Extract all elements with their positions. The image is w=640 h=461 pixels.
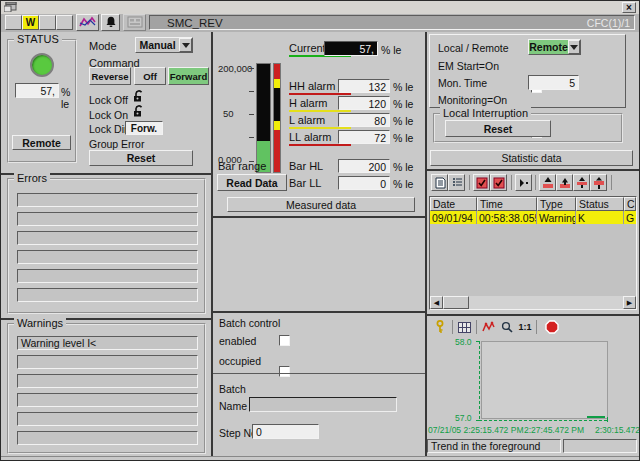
toolbar-button-4[interactable] bbox=[56, 15, 73, 30]
bar-ll-field[interactable]: 0 bbox=[338, 176, 390, 190]
forward-button[interactable]: Forward bbox=[168, 67, 209, 85]
window-icon[interactable] bbox=[4, 2, 17, 14]
statistic-data-label: Statistic data bbox=[501, 152, 561, 164]
group-error-label: Group Error bbox=[89, 138, 144, 150]
message-table: Date Time Type Status C 09/01/94 00:58:3… bbox=[429, 196, 637, 310]
batch-occupied-checkbox[interactable] bbox=[279, 366, 290, 377]
warnings-group: Warnings Warning level I< bbox=[7, 323, 206, 454]
status-remote-button[interactable]: Remote bbox=[12, 135, 71, 150]
read-data-label: Read Data bbox=[226, 177, 277, 189]
autoscroll-icon[interactable] bbox=[515, 174, 532, 191]
trend-curves-button[interactable] bbox=[76, 14, 99, 31]
faceplate-window: × W SMC_REV CFC(1)/1 bbox=[0, 0, 640, 461]
ll-alarm-field[interactable]: 72 bbox=[338, 130, 390, 144]
message-time: 00:58:38.055 bbox=[477, 211, 537, 224]
monitoring-label: Monitoring=On bbox=[438, 94, 507, 106]
mode-value: Manual bbox=[136, 39, 179, 51]
prev-message-icon[interactable] bbox=[556, 174, 573, 191]
status-led bbox=[30, 53, 54, 77]
lock-on-open-icon bbox=[132, 104, 144, 120]
batch-enabled-checkbox[interactable] bbox=[279, 335, 290, 346]
mon-time-field[interactable]: 5 bbox=[528, 75, 579, 90]
faceplate-button-disabled bbox=[123, 14, 146, 31]
first-message-icon[interactable] bbox=[539, 174, 556, 191]
alarm-bell-button[interactable] bbox=[101, 14, 120, 31]
hh-alarm-field[interactable]: 132 bbox=[338, 79, 390, 93]
off-button[interactable]: Off bbox=[134, 67, 166, 85]
reset-button[interactable]: Reset bbox=[89, 150, 193, 166]
faceplate-icon-disabled bbox=[127, 16, 143, 30]
trend-chart: 58.0 57.0 07/21/05 2:25:15.472 PM 2:27:4… bbox=[427, 337, 639, 437]
message-c: G bbox=[624, 211, 636, 224]
chevron-down-icon[interactable] bbox=[568, 40, 580, 54]
bar-hl-field[interactable]: 200 bbox=[338, 159, 390, 173]
scroll-left-button[interactable]: ◀ bbox=[430, 296, 443, 309]
trend-x-axis bbox=[479, 420, 609, 421]
trend-status-text: Trend in the foreground bbox=[431, 440, 540, 452]
errors-group: Errors bbox=[7, 178, 206, 314]
scroll-thumb[interactable] bbox=[443, 296, 469, 309]
l-alarm-unit: % le bbox=[393, 115, 413, 127]
grid-window-icon[interactable] bbox=[456, 320, 472, 335]
h-alarm-unit: % le bbox=[393, 98, 413, 110]
statistic-data-button[interactable]: Statistic data bbox=[430, 150, 633, 166]
message-archive-icon[interactable] bbox=[448, 174, 465, 191]
tag-name-field: SMC_REV CFC(1)/1 bbox=[149, 15, 635, 30]
message-date: 09/01/94 bbox=[430, 211, 477, 224]
last-message-icon[interactable] bbox=[590, 174, 607, 191]
lock-off-label: Lock Off bbox=[89, 94, 128, 106]
batch-name-label: Name bbox=[219, 400, 247, 412]
chevron-down-icon[interactable] bbox=[179, 38, 192, 52]
ack-all-icon[interactable] bbox=[490, 174, 507, 191]
measured-data-button[interactable]: Measured data bbox=[227, 197, 415, 212]
divider bbox=[427, 169, 639, 171]
column-header-type: Type bbox=[537, 197, 576, 211]
l-alarm-field[interactable]: 80 bbox=[338, 113, 390, 127]
next-message-icon[interactable] bbox=[573, 174, 590, 191]
ack-single-icon[interactable] bbox=[473, 174, 490, 191]
batch-name-field[interactable] bbox=[249, 397, 397, 412]
x-tick-0: 07/21/05 2:25:15.472 PM bbox=[428, 425, 523, 435]
local-interruption-group: Local Interruption Reset bbox=[433, 113, 623, 143]
message-row[interactable]: 09/01/94 00:58:38.055 Warning K G bbox=[430, 211, 636, 224]
message-list-icon[interactable] bbox=[431, 174, 448, 191]
mode-label: Mode bbox=[89, 40, 117, 52]
batch-step-field[interactable]: 0 bbox=[252, 424, 319, 439]
warning-field bbox=[17, 412, 198, 426]
bar-range-label: Bar range bbox=[218, 160, 266, 172]
status-group-title: STATUS bbox=[14, 33, 62, 45]
bar-ll-value: 0 bbox=[380, 178, 386, 190]
reverse-button[interactable]: Reverse bbox=[89, 67, 131, 85]
toolbar-button-w[interactable]: W bbox=[22, 15, 39, 30]
h-alarm-field[interactable]: 120 bbox=[338, 96, 390, 110]
curve-select-icon[interactable] bbox=[480, 319, 496, 335]
em-start-label: EM Start=On bbox=[438, 60, 499, 72]
warning-field bbox=[17, 374, 198, 388]
error-field bbox=[17, 250, 198, 264]
scroll-right-button[interactable]: ▶ bbox=[623, 296, 636, 309]
lock-off-open-icon bbox=[132, 89, 144, 105]
toolbar-button-1[interactable] bbox=[5, 15, 22, 30]
mode-dropdown[interactable]: Manual bbox=[135, 37, 193, 53]
lock-dir-value: Forw. bbox=[131, 123, 157, 134]
y-tick-bottom: 57.0 bbox=[455, 413, 472, 423]
local-interruption-reset-button[interactable]: Reset bbox=[445, 120, 551, 137]
one-to-one-icon[interactable]: 1:1 bbox=[516, 319, 534, 335]
trend-y-axis bbox=[479, 341, 480, 421]
zoom-magnifier-icon[interactable] bbox=[499, 319, 515, 335]
bar-hl-label: Bar HL bbox=[289, 160, 323, 172]
stop-icon[interactable] bbox=[543, 319, 560, 335]
close-button[interactable]: × bbox=[622, 2, 636, 13]
lock-on-label: Lock On bbox=[89, 109, 128, 121]
h-alarm-value: 120 bbox=[368, 98, 386, 110]
bar-scale-top: 200,000 bbox=[218, 63, 252, 74]
mon-time-label: Mon. Time bbox=[438, 77, 487, 89]
key-icon[interactable] bbox=[432, 319, 448, 335]
message-hscrollbar[interactable]: ◀ ▶ bbox=[430, 296, 636, 309]
column-header-c: C bbox=[624, 197, 636, 211]
x-tick-1: 2:27:45.472 PM bbox=[524, 425, 584, 435]
message-type: Warning bbox=[537, 211, 576, 224]
local-remote-dropdown[interactable]: Remote bbox=[528, 39, 581, 55]
read-data-button[interactable]: Read Data bbox=[217, 174, 287, 191]
toolbar-button-3[interactable] bbox=[39, 15, 56, 30]
